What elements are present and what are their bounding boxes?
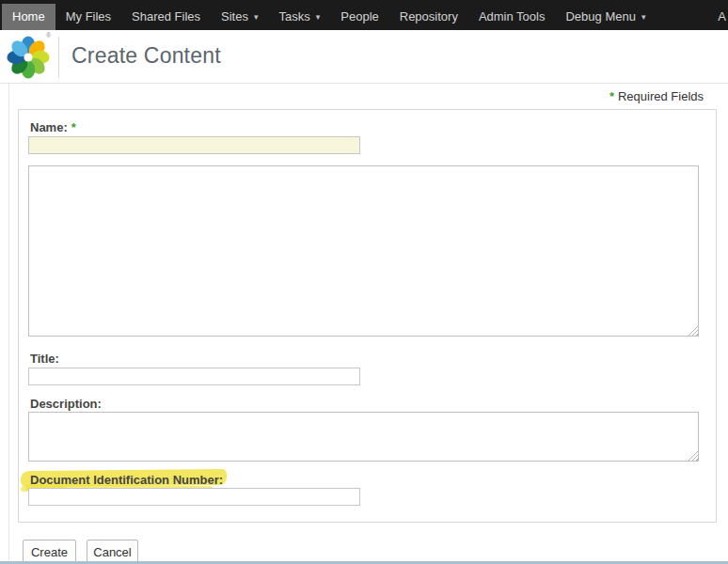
page-title: Create Content: [71, 43, 221, 69]
required-asterisk: *: [71, 120, 76, 134]
nav-item-label: People: [340, 4, 378, 30]
chevron-down-icon: ▾: [254, 4, 259, 30]
create-content-page: Home My Files Shared Files Sites ▾ Tasks…: [0, 0, 728, 564]
title-input[interactable]: [28, 368, 360, 385]
nav-item-debug-menu[interactable]: Debug Menu ▾: [555, 4, 656, 30]
title-label: Title:: [30, 352, 59, 366]
name-input[interactable]: [28, 136, 360, 154]
name-label: Name:*: [30, 120, 76, 134]
nav-item-label: Debug Menu: [565, 4, 635, 30]
name-label-text: Name:: [30, 120, 68, 134]
nav-item-my-files[interactable]: My Files: [55, 4, 121, 30]
alfresco-logo[interactable]: [6, 35, 51, 80]
nav-item-label: My Files: [66, 4, 111, 30]
nav-item-sites[interactable]: Sites ▾: [211, 4, 268, 30]
document-identification-number-label: Document Identification Number:: [30, 473, 223, 487]
create-content-form: Name:* Title: Description: Document Iden…: [18, 109, 717, 523]
user-menu-partial[interactable]: A: [712, 4, 728, 30]
nav-item-home[interactable]: Home: [2, 4, 55, 30]
page-edge-line: [8, 84, 9, 561]
nav-item-label: Home: [12, 4, 45, 30]
nav-item-label: Admin Tools: [479, 4, 546, 30]
content-textarea[interactable]: [28, 165, 699, 337]
description-label: Description:: [30, 397, 102, 411]
top-navbar: Home My Files Shared Files Sites ▾ Tasks…: [0, 0, 728, 30]
nav-item-admin-tools[interactable]: Admin Tools: [468, 4, 556, 30]
chevron-down-icon: ▾: [316, 4, 321, 30]
required-asterisk: *: [609, 89, 614, 103]
page-header: ® Create Content: [0, 30, 728, 84]
description-textarea[interactable]: [28, 412, 699, 462]
nav-item-repository[interactable]: Repository: [389, 4, 468, 30]
required-fields-note: *Required Fields: [609, 89, 704, 103]
nav-item-label: Shared Files: [132, 4, 200, 30]
nav-item-label: Sites: [221, 4, 248, 30]
registered-trademark-icon: ®: [46, 32, 51, 39]
nav-item-shared-files[interactable]: Shared Files: [121, 4, 211, 30]
chevron-down-icon: ▾: [641, 4, 646, 30]
nav-item-people[interactable]: People: [330, 4, 388, 30]
required-note-text: Required Fields: [618, 89, 704, 103]
document-identification-number-input[interactable]: [28, 488, 360, 506]
nav-item-label: Repository: [400, 4, 458, 30]
nav-item-label: Tasks: [279, 4, 310, 30]
nav-item-tasks[interactable]: Tasks ▾: [269, 4, 331, 30]
header-divider: [58, 37, 59, 78]
